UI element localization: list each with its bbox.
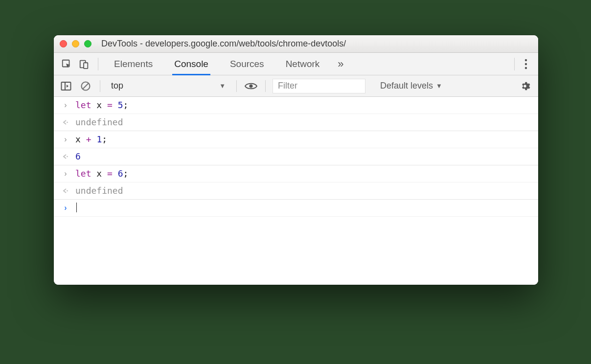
log-levels-select[interactable]: Default levels ▼	[380, 81, 442, 91]
more-options-button[interactable]	[518, 59, 534, 69]
row-content: undefined	[71, 185, 532, 196]
svg-point-5	[525, 67, 527, 68]
separator	[100, 80, 100, 92]
row-content: x + 1;	[71, 134, 532, 145]
gear-icon	[520, 81, 530, 91]
log-levels-label: Default levels	[380, 81, 433, 91]
tab-label: Console	[174, 59, 208, 69]
tab-console[interactable]: Console	[163, 53, 219, 75]
window-title: DevTools - developers.google.com/web/too…	[101, 39, 346, 49]
console-toolbar: top ▼ Default levels ▼	[54, 75, 538, 97]
svg-point-9	[523, 85, 526, 88]
kebab-icon	[524, 59, 527, 69]
tab-label: Elements	[114, 59, 153, 69]
svg-point-10	[67, 122, 68, 123]
separator	[236, 80, 237, 92]
tabs-container: ElementsConsoleSourcesNetwork	[103, 53, 330, 75]
tab-label: Network	[286, 59, 320, 69]
output-arrow-icon	[60, 151, 71, 162]
clear-console-button[interactable]	[78, 79, 93, 93]
sidebar-icon	[61, 81, 71, 91]
text-cursor	[76, 203, 77, 212]
row-content	[71, 203, 532, 213]
row-content: undefined	[71, 117, 532, 128]
console-row-input: ›let x = 6;	[54, 165, 538, 182]
row-content: 6	[71, 151, 532, 162]
console-row-output: undefined	[54, 182, 538, 200]
input-arrow-icon: ›	[60, 168, 71, 179]
row-content: let x = 5;	[71, 100, 532, 111]
devtools-window: DevTools - developers.google.com/web/too…	[54, 35, 538, 285]
svg-point-3	[525, 59, 527, 61]
device-toggle-icon[interactable]	[75, 55, 93, 73]
console-row-output: 6	[54, 148, 538, 165]
devtools-tabbar: ElementsConsoleSourcesNetwork »	[54, 53, 538, 75]
svg-rect-2	[84, 63, 88, 68]
svg-point-8	[250, 84, 253, 88]
separator	[265, 80, 266, 92]
filter-input[interactable]	[273, 79, 365, 93]
console-settings-button[interactable]	[517, 81, 533, 91]
svg-point-11	[67, 156, 68, 158]
row-content: let x = 6;	[71, 168, 532, 179]
input-arrow-icon: ›	[60, 100, 71, 111]
input-arrow-icon: ›	[60, 134, 71, 145]
console-row-prompt[interactable]: ›	[54, 200, 538, 217]
more-tabs-button[interactable]: »	[330, 58, 351, 70]
tab-label: Sources	[230, 59, 264, 69]
chevron-down-icon: ▼	[219, 82, 226, 90]
context-select[interactable]: top ▼	[107, 80, 229, 92]
minimize-window-button[interactable]	[72, 40, 79, 47]
tab-elements[interactable]: Elements	[103, 53, 163, 75]
inspect-element-icon[interactable]	[58, 55, 75, 73]
chevron-down-icon: ▼	[436, 82, 442, 90]
console-row-input: ›x + 1;	[54, 131, 538, 148]
svg-rect-6	[62, 82, 71, 90]
close-window-button[interactable]	[60, 40, 67, 47]
output-arrow-icon	[60, 117, 71, 128]
toggle-sidebar-button[interactable]	[59, 79, 73, 93]
context-label: top	[111, 81, 123, 91]
prompt-icon: ›	[60, 203, 71, 213]
svg-point-12	[67, 190, 68, 192]
clear-icon	[80, 81, 91, 91]
console-row-input: ›let x = 5;	[54, 97, 538, 114]
separator	[98, 58, 98, 70]
console-output[interactable]: ›let x = 5;undefined›x + 1;6›let x = 6;u…	[54, 97, 538, 285]
tab-sources[interactable]: Sources	[219, 53, 275, 75]
console-row-output: undefined	[54, 114, 538, 131]
tab-network[interactable]: Network	[275, 53, 331, 75]
live-expression-button[interactable]	[244, 79, 258, 93]
chevron-right-double-icon: »	[338, 58, 343, 70]
eye-icon	[245, 82, 257, 91]
svg-point-4	[525, 63, 527, 65]
maximize-window-button[interactable]	[84, 40, 91, 47]
titlebar: DevTools - developers.google.com/web/too…	[54, 35, 538, 53]
separator	[514, 58, 515, 70]
traffic-lights	[60, 40, 91, 47]
output-arrow-icon	[60, 185, 71, 196]
